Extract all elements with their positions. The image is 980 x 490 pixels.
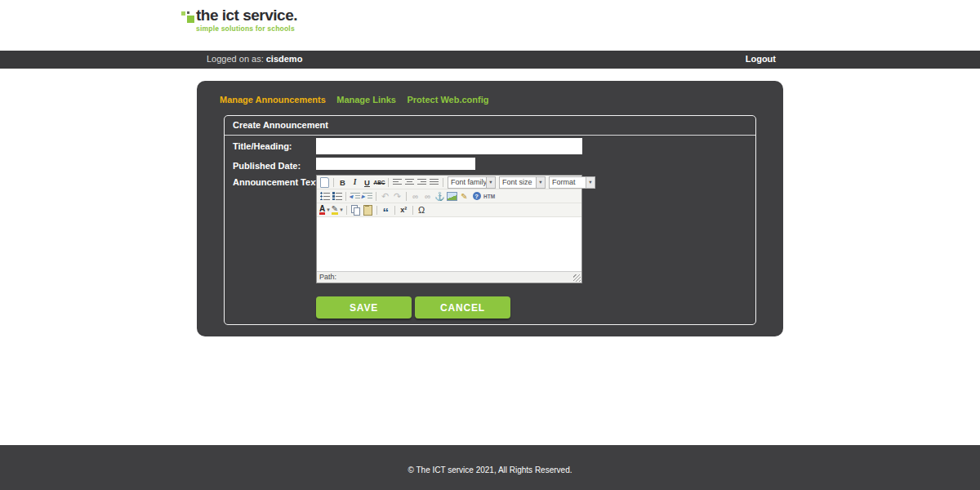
page: the ict service. simple solutions for sc… — [0, 0, 980, 490]
special-character-icon[interactable]: Ω — [416, 204, 428, 216]
toolbar-separator — [388, 178, 389, 187]
title-heading-input[interactable] — [316, 138, 582, 154]
copy-icon[interactable] — [350, 204, 362, 216]
save-button[interactable]: SAVE — [316, 296, 412, 318]
align-justify-icon[interactable] — [428, 176, 440, 188]
editor-toolbar-row-2: ↶ ↷ ∞ ∞ ⚓ ✎ ? HTM — [317, 189, 581, 203]
brand-name: the ict service. — [196, 7, 297, 24]
create-announcement-box: Create Announcement Title/Heading: Publi… — [224, 115, 756, 325]
text-color-picker[interactable]: A ▾ — [319, 205, 330, 215]
align-center-glyph — [405, 178, 414, 186]
unlink-icon[interactable]: ∞ — [421, 190, 434, 202]
logo: the ict service. simple solutions for sc… — [181, 7, 297, 33]
logo-square-dark — [187, 11, 189, 14]
toolbar-separator — [346, 206, 347, 215]
rich-text-editor: B I U ABC Font family ▾ Font size — [316, 175, 582, 283]
resize-grip-icon[interactable] — [573, 274, 581, 282]
tab-manage-announcements[interactable]: Manage Announcements — [220, 95, 326, 105]
brand-tagline: simple solutions for schools — [196, 24, 297, 33]
outdent-glyph — [350, 192, 360, 200]
brand-squares-icon — [181, 7, 196, 28]
insert-image-icon[interactable] — [446, 190, 458, 202]
indent-glyph — [363, 192, 372, 200]
toolbar-separator — [394, 206, 395, 215]
username: cisdemo — [266, 54, 303, 64]
nav-tabs: Manage Announcements Manage Links Protec… — [220, 91, 496, 106]
editor-content-area[interactable] — [317, 217, 581, 271]
toolbar-separator — [333, 178, 334, 187]
toolbar-separator — [376, 192, 376, 201]
numbered-list-icon[interactable] — [331, 190, 343, 202]
superscript-icon[interactable]: x² — [398, 204, 410, 216]
logged-on-text: Logged on as:cisdemo — [207, 54, 302, 64]
forecolor-glyph: A — [319, 205, 325, 215]
highlight-color-picker[interactable]: ✎ ▾ — [332, 205, 343, 215]
session-bar: Logged on as:cisdemo Logout — [0, 51, 980, 69]
font-family-select[interactable]: Font family ▾ — [448, 176, 496, 189]
toolbar-separator — [376, 206, 377, 215]
bullet-list-glyph — [320, 192, 330, 200]
toolbar-separator — [345, 192, 346, 201]
html-source-icon[interactable]: HTM — [483, 190, 496, 202]
new-document-icon[interactable] — [318, 176, 331, 188]
backcolor-glyph: ✎ — [332, 205, 338, 215]
admin-panel: Manage Announcements Manage Links Protec… — [197, 81, 783, 336]
italic-icon[interactable]: I — [349, 176, 361, 188]
logo-square-small — [181, 11, 185, 16]
underline-icon[interactable]: U — [361, 176, 373, 188]
editor-path-label: Path: — [319, 273, 336, 281]
editor-status-bar: Path: — [317, 271, 581, 283]
paste-glyph — [363, 205, 372, 216]
dropdown-arrow-icon: ▾ — [486, 177, 495, 188]
paste-icon[interactable] — [362, 204, 374, 216]
published-date-input[interactable] — [316, 158, 475, 170]
numbered-list-glyph — [332, 192, 342, 200]
dropdown-arrow-icon: ▾ — [340, 207, 343, 213]
logout-link[interactable]: Logout — [746, 54, 776, 64]
copy-glyph — [351, 205, 360, 215]
font-size-value: Font size — [500, 177, 536, 188]
indent-icon[interactable] — [361, 190, 373, 202]
published-date-label: Published Date: — [233, 161, 301, 171]
outdent-icon[interactable] — [349, 190, 361, 202]
cleanup-icon[interactable]: ✎ — [458, 190, 470, 202]
blockquote-icon[interactable]: “ — [380, 202, 392, 218]
dropdown-arrow-icon: ▾ — [586, 177, 595, 188]
align-right-icon[interactable] — [416, 176, 428, 188]
tab-manage-links[interactable]: Manage Links — [336, 95, 396, 105]
help-icon[interactable]: ? — [470, 190, 483, 202]
editor-toolbar-row-1: B I U ABC Font family ▾ Font size — [317, 176, 581, 189]
align-left-icon[interactable] — [391, 176, 403, 188]
align-left-glyph — [393, 178, 402, 186]
dropdown-arrow-icon: ▾ — [327, 207, 330, 213]
toolbar-separator — [406, 192, 407, 201]
logo-square-large — [187, 16, 194, 23]
editor-toolbar-row-3: A ▾ ✎ ▾ “ x² Ω — [317, 203, 581, 217]
font-family-value: Font family — [448, 177, 486, 188]
bold-icon[interactable]: B — [336, 176, 349, 188]
strikethrough-icon[interactable]: ABC — [373, 176, 385, 188]
bullet-list-icon[interactable] — [318, 190, 331, 202]
format-value: Format — [550, 177, 586, 188]
help-glyph: ? — [473, 192, 481, 200]
align-right-glyph — [417, 178, 426, 186]
formbox-title: Create Announcement — [225, 116, 755, 136]
title-heading-label: Title/Heading: — [233, 141, 292, 151]
announcement-text-label: Announcement Text: — [233, 177, 322, 187]
undo-icon[interactable]: ↶ — [379, 190, 391, 202]
anchor-icon[interactable]: ⚓ — [434, 190, 446, 202]
dropdown-arrow-icon: ▾ — [536, 177, 545, 188]
redo-icon[interactable]: ↷ — [391, 190, 403, 202]
tab-protect-webconfig[interactable]: Protect Web.config — [407, 95, 488, 105]
cancel-button[interactable]: CANCEL — [415, 296, 510, 318]
align-center-icon[interactable] — [403, 176, 416, 188]
font-size-select[interactable]: Font size ▾ — [499, 176, 546, 189]
insert-link-icon[interactable]: ∞ — [409, 190, 421, 202]
toolbar-separator — [443, 178, 443, 187]
toolbar-separator — [412, 206, 413, 215]
copyright-text: © The ICT service 2021, All Rights Reser… — [408, 466, 572, 490]
logo-text: the ict service. simple solutions for sc… — [196, 7, 297, 33]
format-select[interactable]: Format ▾ — [549, 176, 595, 189]
image-glyph — [447, 192, 457, 201]
align-justify-glyph — [430, 178, 439, 186]
